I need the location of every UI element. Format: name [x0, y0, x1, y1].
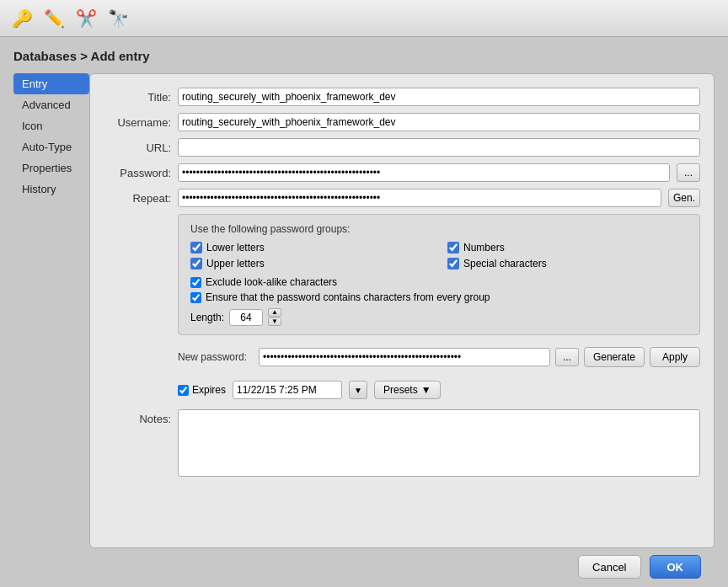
ensure-group-row: Ensure that the password contains charac…	[190, 291, 688, 303]
url-input[interactable]	[178, 138, 700, 157]
body-area: Entry Advanced Icon Auto-Type Properties…	[13, 73, 715, 548]
length-label: Length:	[190, 312, 224, 323]
sidebar: Entry Advanced Icon Auto-Type Properties…	[13, 73, 89, 548]
presets-button[interactable]: Presets ▼	[374, 381, 441, 399]
username-row: Username:	[104, 113, 700, 131]
password-group-section: Use the following password groups: Lower…	[178, 214, 700, 335]
new-password-label: New password:	[178, 351, 254, 363]
special-characters-row: Special characters	[447, 258, 688, 269]
bottom-bar: Cancel OK	[13, 548, 715, 579]
new-password-dots-button[interactable]: ...	[555, 348, 579, 366]
expires-row: Expires ▼ Presets ▼	[178, 381, 700, 399]
spinner-up-button[interactable]: ▲	[268, 308, 281, 317]
exclude-lookalike-checkbox[interactable]	[190, 277, 201, 288]
username-input[interactable]	[178, 113, 700, 131]
pg-checkboxes: Lower letters Numbers Upper letters Spec…	[190, 242, 688, 269]
expires-label[interactable]: Expires	[178, 384, 226, 396]
password-dots-button[interactable]: ...	[677, 163, 700, 182]
password-input[interactable]	[178, 163, 670, 182]
exclude-lookalike-row: Exclude look-alike characters	[190, 276, 688, 288]
repeat-input[interactable]	[178, 189, 661, 207]
notes-row: Notes:	[104, 409, 700, 477]
url-row: URL:	[104, 138, 700, 157]
breadcrumb: Databases > Add entry	[13, 49, 715, 63]
numbers-row: Numbers	[447, 242, 688, 253]
username-label: Username:	[104, 116, 171, 129]
datetime-dropdown-button[interactable]: ▼	[349, 381, 367, 399]
content-panel: Title: Username: URL: Password: ... Repe	[89, 73, 715, 548]
ensure-group-label: Ensure that the password contains charac…	[206, 291, 490, 303]
generate-button[interactable]: Generate	[584, 347, 645, 367]
password-row: Password: ...	[104, 163, 700, 182]
datetime-input[interactable]	[233, 381, 342, 399]
upper-letters-row: Upper letters	[190, 258, 431, 269]
cancel-button[interactable]: Cancel	[578, 555, 640, 579]
sidebar-item-entry[interactable]: Entry	[13, 73, 89, 94]
special-characters-checkbox[interactable]	[447, 258, 459, 269]
length-input[interactable]	[229, 309, 263, 326]
special-characters-label: Special characters	[463, 258, 547, 269]
spinner-down-button[interactable]: ▼	[268, 318, 281, 326]
sidebar-item-properties[interactable]: Properties	[13, 157, 89, 179]
ensure-group-checkbox[interactable]	[190, 292, 201, 303]
sidebar-item-icon[interactable]: Icon	[13, 115, 89, 136]
upper-letters-label: Upper letters	[206, 258, 265, 269]
scissors-icon[interactable]: ✂️	[74, 7, 98, 30]
gen-button[interactable]: Gen.	[668, 189, 700, 207]
edit-icon[interactable]: ✏️	[42, 7, 66, 30]
ok-button[interactable]: OK	[650, 555, 702, 579]
notes-label: Notes:	[104, 409, 171, 425]
pg-title: Use the following password groups:	[190, 223, 688, 235]
main-content: Databases > Add entry Entry Advanced Ico…	[0, 37, 728, 587]
notes-textarea[interactable]	[178, 409, 700, 477]
lower-letters-checkbox[interactable]	[190, 242, 202, 253]
binoculars-icon[interactable]: 🔭	[106, 7, 130, 30]
exclude-lookalike-label: Exclude look-alike characters	[206, 276, 337, 288]
numbers-label: Numbers	[463, 242, 505, 253]
key-icon[interactable]: 🔑	[10, 7, 34, 30]
sidebar-item-advanced[interactable]: Advanced	[13, 94, 89, 115]
apply-button[interactable]: Apply	[650, 347, 700, 367]
lower-letters-row: Lower letters	[190, 242, 431, 253]
expires-checkbox[interactable]	[178, 385, 189, 396]
sidebar-item-autotype[interactable]: Auto-Type	[13, 136, 89, 157]
repeat-label: Repeat:	[104, 192, 171, 205]
spinner-buttons: ▲ ▼	[268, 308, 281, 326]
presets-arrow-icon: ▼	[421, 384, 431, 396]
sidebar-item-history[interactable]: History	[13, 179, 89, 200]
title-input[interactable]	[178, 88, 700, 106]
upper-letters-checkbox[interactable]	[190, 258, 202, 269]
numbers-checkbox[interactable]	[447, 242, 459, 253]
lower-letters-label: Lower letters	[206, 242, 265, 253]
length-row: Length: ▲ ▼	[190, 308, 688, 326]
new-password-row: New password: ... Generate Apply	[178, 347, 700, 367]
title-label: Title:	[104, 91, 171, 104]
title-row: Title:	[104, 88, 700, 106]
repeat-row: Repeat: Gen.	[104, 189, 700, 207]
url-label: URL:	[104, 141, 171, 154]
password-label: Password:	[104, 167, 171, 179]
new-password-input[interactable]	[259, 348, 550, 366]
toolbar: 🔑 ✏️ ✂️ 🔭	[0, 0, 728, 37]
